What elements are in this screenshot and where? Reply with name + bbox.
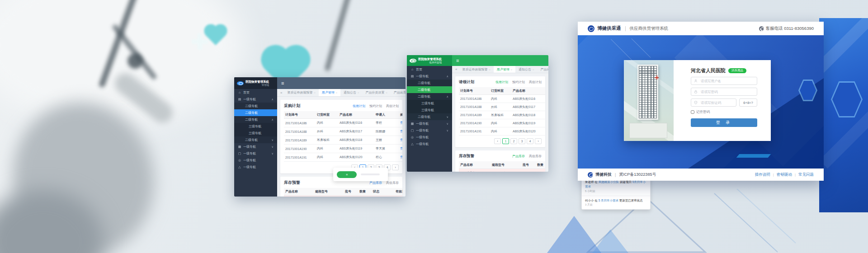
sidebar-item-level1[interactable]: △一级导航 [407, 141, 452, 147]
sidebar-label: 一级导航 [416, 74, 429, 79]
cell: ABS床头柜0116 [511, 95, 545, 103]
sidebar-item-level1[interactable]: ▦一级导航∨ [234, 143, 277, 150]
tab-category-settings[interactable]: 产品分类设置○ [537, 66, 548, 73]
view-link[interactable]: 查看 [400, 147, 402, 150]
link-product-stock[interactable]: 产品库存 [512, 154, 525, 159]
page-next[interactable]: › [392, 164, 399, 170]
view-link[interactable]: 查看 [400, 138, 402, 141]
list-item[interactable]: 何小小 在 5 月日常小需求 更新至已发布状态 3 天前 [582, 196, 650, 210]
page-next[interactable]: › [535, 138, 542, 144]
cell: 内科 [490, 95, 511, 103]
hamburger-icon[interactable]: ≡ [456, 58, 459, 63]
sidebar-item-level2[interactable]: 二级导航 [234, 103, 277, 109]
hamburger-icon[interactable]: ≡ [281, 81, 284, 86]
list-icon: ≡ [346, 173, 348, 176]
feed-time: 5 小时前 [585, 189, 647, 193]
table-row: 20171001A191内科ABS床头柜0120程心查看 [284, 153, 402, 162]
login-hero: 河北省人民医院 消杀用品 [578, 35, 824, 169]
brand-logo-icon [410, 59, 416, 63]
sidebar-item-home[interactable]: ⌂首页 [234, 89, 277, 96]
link-highvalue-stock[interactable]: 高值库存 [529, 154, 542, 159]
tab-category-settings[interactable]: 产品分类设置○ [362, 89, 390, 96]
captcha-input[interactable] [700, 100, 733, 105]
divider: | [615, 173, 616, 177]
sidebar: 医院物资管理系统 管理端 ⌂首页 ▤一级导航∧ 二级导航 二级导航 二级导航∧ … [234, 77, 277, 197]
cell: 20171001A191 [284, 153, 316, 162]
username-input[interactable] [700, 79, 754, 84]
tab-user-management[interactable]: 用户管理○ [319, 89, 340, 96]
sidebar-item-level2-active[interactable]: 二级导航 [234, 109, 277, 116]
sidebar-item-level1[interactable]: △一级导航 [234, 164, 277, 170]
sidebar-item-level1[interactable]: ◎一级导航 [407, 134, 452, 141]
sidebar-item-level1[interactable]: ▤一级导航∧ [234, 96, 277, 103]
cell: BCS33型 5孔 右 [491, 169, 521, 172]
tab-cert-warning[interactable]: 资质证件效期预警○ [459, 66, 493, 73]
sidebar-item-level1[interactable]: ▢一级导航∨ [234, 150, 277, 157]
sidebar-item-level2[interactable]: 二级导航∧ [234, 116, 277, 123]
sidebar-item-home[interactable]: ⌂首页 [407, 66, 452, 73]
logo-text: 医院物资管理系统 临床科室端 [418, 57, 442, 63]
divider: | [795, 173, 796, 177]
tab-announcements[interactable]: 通知公告○ [340, 89, 362, 96]
sidebar-item-level1[interactable]: ▤一级导航∧ [407, 73, 452, 80]
sidebar-item-level1[interactable]: ▢一级导航∨ [407, 127, 452, 134]
collapse-tabs-icon[interactable]: « [455, 67, 457, 71]
sidebar-item-level2[interactable]: 二级导航∧ [407, 93, 452, 100]
tab-product-outbound[interactable]: 产品出库○ [391, 89, 406, 96]
caret-down-icon: ∨ [272, 138, 274, 141]
cell: ABS床头柜0119 [338, 145, 374, 153]
page-number[interactable]: 2 [510, 138, 517, 144]
collapse-tabs-icon[interactable]: « [280, 91, 282, 95]
sidebar-item-level3[interactable]: 三级导航 [407, 107, 452, 113]
page-number[interactable]: 1 [502, 138, 509, 144]
sidebar-item-level2[interactable]: 二级导航 [407, 80, 452, 86]
page-prev[interactable]: ‹ [494, 138, 501, 144]
view-link[interactable]: 查看 [400, 155, 402, 159]
link-requisition-plan[interactable]: 领用计划 [353, 104, 365, 108]
feed-target-link[interactable]: 5 月日常小需求 [599, 199, 618, 202]
link-highvalue-stock[interactable]: 高值库存 [386, 181, 399, 185]
page-number[interactable]: 4 [527, 138, 533, 144]
cell: 程心 [374, 153, 399, 162]
table-row: 20171001A189耳鼻喉科ABS床头柜0118王丽查看 [459, 111, 545, 119]
sidebar-item-level2-active[interactable]: 二级导航 [407, 86, 452, 93]
link-highvalue-plan[interactable]: 高值计划 [386, 104, 399, 108]
service-phone-label: 客服电话 0311-83056390 [766, 26, 814, 32]
footer-link-faq[interactable]: 常见问题 [798, 172, 814, 178]
link-highvalue-plan[interactable]: 高值计划 [529, 80, 542, 84]
link-requisition-plan[interactable]: 领用计划 [495, 80, 508, 84]
login-button[interactable]: 登 录 [691, 118, 757, 127]
brand-logo-icon [588, 172, 593, 178]
sidebar-item-level3[interactable]: 三级导航 [407, 100, 452, 107]
tab-cert-warning[interactable]: 资质证件效期预警○ [284, 89, 318, 96]
link-reservation-plan[interactable]: 预约计划 [512, 80, 525, 84]
sidebar-item-level3[interactable]: 三级导航 [234, 123, 277, 130]
sidebar-label: 三级导航 [421, 108, 434, 112]
app-edition: 临床科室端 [418, 61, 442, 64]
view-link[interactable]: 查看 [400, 121, 402, 124]
caret-down-icon: ∨ [447, 115, 448, 118]
tab-announcements[interactable]: 通知公告○ [515, 66, 537, 73]
captcha-question[interactable]: 6+8=? [739, 98, 757, 107]
feed-target-link[interactable]: 风驰精英小分队 [599, 180, 619, 183]
footer-link-instructions[interactable]: 操作说明 [755, 172, 770, 178]
remember-checkbox[interactable] [691, 110, 694, 114]
link-reservation-plan[interactable]: 预约计划 [369, 104, 382, 108]
sidebar-item-level2[interactable]: 二级导航∨ [234, 136, 277, 143]
tab-user-management[interactable]: 用户管理○ [494, 66, 515, 73]
background-stripe [819, 18, 868, 78]
sidebar-item-level1[interactable]: ◎一级导航 [234, 157, 277, 164]
password-input[interactable] [700, 89, 754, 94]
stethoscope-chestpiece [127, 53, 143, 69]
sidebar-label: 二级导航 [418, 115, 430, 119]
sidebar-item-level3[interactable]: 三级导航 [234, 130, 277, 136]
cell: 20171001A191 [459, 127, 490, 136]
page-number[interactable]: 3 [519, 138, 525, 144]
link-product-stock[interactable]: 产品库存 [369, 181, 382, 185]
sidebar-item-level1[interactable]: ▦一级导航∨ [407, 120, 452, 127]
green-pill-button[interactable]: ≡ [337, 171, 357, 178]
sidebar-item-level2[interactable]: 二级导航∨ [407, 113, 452, 120]
footer-link-key-driver[interactable]: 密钥驱动 [777, 172, 792, 178]
view-link[interactable]: 查看 [400, 130, 402, 133]
sidebar-label: 二级导航 [245, 111, 258, 115]
